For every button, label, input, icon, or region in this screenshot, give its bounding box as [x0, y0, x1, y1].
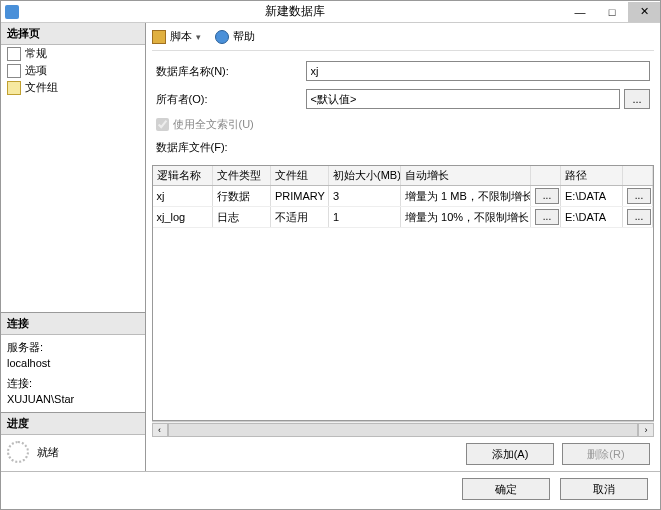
nav-label: 文件组: [25, 80, 58, 95]
owner-browse-button[interactable]: ...: [624, 89, 650, 109]
add-button[interactable]: 添加(A): [466, 443, 554, 465]
script-dropdown[interactable]: ▾: [196, 32, 201, 42]
scroll-left-button[interactable]: ‹: [152, 423, 168, 437]
cell-fgroup[interactable]: PRIMARY: [271, 186, 329, 207]
close-button[interactable]: ✕: [628, 2, 660, 22]
server-label: 服务器:: [7, 339, 139, 355]
scroll-right-button[interactable]: ›: [638, 423, 654, 437]
col-logical-name[interactable]: 逻辑名称: [153, 166, 213, 186]
fulltext-label: 使用全文索引(U): [173, 117, 254, 132]
nav-label: 常规: [25, 46, 47, 61]
dbname-label: 数据库名称(N):: [156, 64, 306, 79]
cell-fgroup[interactable]: 不适用: [271, 207, 329, 228]
col-initial-size[interactable]: 初始大小(MB): [329, 166, 401, 186]
connection-header: 连接: [1, 313, 145, 335]
select-page-header: 选择页: [1, 23, 145, 45]
files-grid[interactable]: 逻辑名称 文件类型 文件组 初始大小(MB) 自动增长 路径 文件名 xj 行数…: [152, 165, 655, 421]
progress-status: 就绪: [37, 445, 59, 460]
growth-edit-button[interactable]: ...: [535, 188, 559, 204]
dbname-input[interactable]: [306, 61, 651, 81]
cell-path[interactable]: E:\DATA: [561, 207, 623, 228]
nav-label: 选项: [25, 63, 47, 78]
page-icon: [7, 47, 21, 61]
progress-panel: 进度 就绪: [1, 413, 145, 471]
cell-ftype[interactable]: 行数据: [213, 186, 271, 207]
left-panel: 选择页 常规 选项 文件组 连接 服务器: localhost 连接: XUJU…: [1, 23, 146, 471]
connection-value: XUJUAN\Star: [7, 391, 139, 407]
dbfiles-label: 数据库文件(F):: [156, 140, 651, 155]
script-icon: [152, 30, 166, 44]
minimize-button[interactable]: —: [564, 2, 596, 22]
progress-spinner-icon: [7, 441, 29, 463]
cell-path[interactable]: E:\DATA: [561, 186, 623, 207]
path-edit-button[interactable]: ...: [627, 209, 651, 225]
cell-growth[interactable]: 增量为 1 MB，不限制增长: [401, 186, 531, 207]
cell-size[interactable]: 3: [329, 186, 401, 207]
help-icon: [215, 30, 229, 44]
page-icon: [7, 81, 21, 95]
owner-label: 所有者(O):: [156, 92, 306, 107]
col-file-type[interactable]: 文件类型: [213, 166, 271, 186]
owner-input[interactable]: [306, 89, 621, 109]
page-icon: [7, 64, 21, 78]
nav-item-filegroups[interactable]: 文件组: [1, 79, 145, 96]
col-growth-btn: [531, 166, 561, 186]
col-file-group[interactable]: 文件组: [271, 166, 329, 186]
cell-growth[interactable]: 增量为 10%，不限制增长: [401, 207, 531, 228]
col-path-btn: [623, 166, 653, 186]
cell-ftype[interactable]: 日志: [213, 207, 271, 228]
database-icon: [5, 5, 19, 19]
col-path[interactable]: 路径: [561, 166, 623, 186]
nav-item-options[interactable]: 选项: [1, 62, 145, 79]
maximize-button[interactable]: □: [596, 2, 628, 22]
page-nav: 常规 选项 文件组: [1, 45, 145, 313]
cell-name[interactable]: xj_log: [153, 207, 213, 228]
horizontal-scrollbar[interactable]: ‹ ›: [152, 421, 655, 437]
server-value: localhost: [7, 355, 139, 371]
grid-header-row: 逻辑名称 文件类型 文件组 初始大小(MB) 自动增长 路径 文件名: [153, 166, 653, 186]
cell-name[interactable]: xj: [153, 186, 213, 207]
ok-button[interactable]: 确定: [462, 478, 550, 500]
progress-header: 进度: [1, 413, 145, 435]
titlebar: 新建数据库 — □ ✕: [1, 1, 660, 23]
script-button[interactable]: 脚本: [170, 29, 192, 44]
table-row[interactable]: xj 行数据 PRIMARY 3 增量为 1 MB，不限制增长 ... E:\D…: [153, 186, 653, 207]
form-area: 数据库名称(N): 所有者(O): ... 使用全文索引(U) 数据库文件(F)…: [152, 51, 655, 165]
toolbar: 脚本 ▾ 帮助: [152, 27, 655, 51]
help-button[interactable]: 帮助: [233, 29, 255, 44]
connection-label: 连接:: [7, 375, 139, 391]
cell-size[interactable]: 1: [329, 207, 401, 228]
path-edit-button[interactable]: ...: [627, 188, 651, 204]
right-panel: 脚本 ▾ 帮助 数据库名称(N): 所有者(O): ... 使用全文索引(U): [146, 23, 661, 471]
dialog-footer: 确定 取消: [1, 471, 660, 505]
cancel-button[interactable]: 取消: [560, 478, 648, 500]
scroll-track[interactable]: [168, 423, 639, 437]
window-title: 新建数据库: [25, 3, 564, 20]
nav-item-general[interactable]: 常规: [1, 45, 145, 62]
growth-edit-button[interactable]: ...: [535, 209, 559, 225]
table-row[interactable]: xj_log 日志 不适用 1 增量为 10%，不限制增长 ... E:\DAT…: [153, 207, 653, 228]
remove-button: 删除(R): [562, 443, 650, 465]
connection-panel: 连接 服务器: localhost 连接: XUJUAN\Star 查看连接属性: [1, 313, 145, 413]
col-autogrowth[interactable]: 自动增长: [401, 166, 531, 186]
fulltext-checkbox: [156, 118, 169, 131]
